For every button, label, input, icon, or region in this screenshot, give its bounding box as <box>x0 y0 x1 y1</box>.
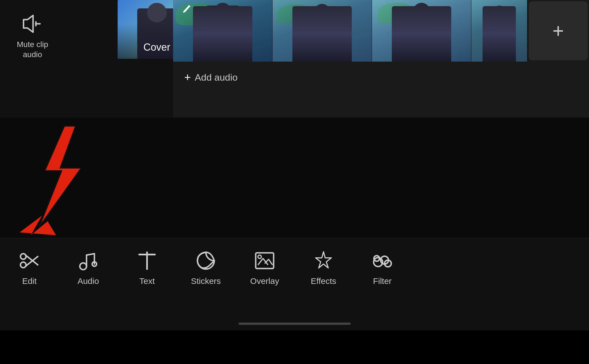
top-section: Mute clip audio Cover <box>0 0 589 118</box>
effects-icon <box>312 249 335 272</box>
toolbar-label-text: Text <box>139 276 155 286</box>
toolbar-item-text[interactable]: Text <box>118 249 176 286</box>
right-panel: + + Add audio <box>173 0 589 118</box>
add-audio-button[interactable]: + Add audio <box>173 64 589 90</box>
video-thumbnails: + <box>173 0 589 62</box>
add-clip-icon: + <box>553 20 564 42</box>
svg-marker-3 <box>39 126 81 227</box>
video-thumb-3[interactable] <box>372 0 471 62</box>
cover-label: Cover <box>143 41 170 53</box>
overlay-icon <box>253 249 276 272</box>
left-panel: Mute clip audio Cover <box>0 0 173 118</box>
stickers-icon <box>195 249 217 272</box>
toolbar-label-effects: Effects <box>311 276 336 286</box>
cover-edit-icon <box>182 3 192 16</box>
text-icon <box>136 249 158 272</box>
middle-section <box>0 118 589 238</box>
svg-marker-4 <box>20 216 56 235</box>
mute-clip-label: Mute clip audio <box>17 39 48 60</box>
mute-clip-icon <box>21 14 44 37</box>
svg-marker-0 <box>24 15 33 32</box>
toolbar-items: Edit Audio <box>0 249 589 286</box>
toolbar-label-stickers: Stickers <box>191 276 221 286</box>
add-audio-plus-icon: + <box>184 71 191 84</box>
add-audio-label: Add audio <box>195 72 238 83</box>
scissors-icon <box>18 249 41 272</box>
add-clip-button[interactable]: + <box>529 1 588 60</box>
video-thumb-2[interactable] <box>273 0 372 62</box>
toolbar-item-effects[interactable]: Effects <box>294 249 353 286</box>
svg-line-11 <box>87 254 94 255</box>
video-thumb-4[interactable] <box>471 0 527 62</box>
audio-icon <box>77 249 99 272</box>
red-arrow-annotation <box>8 123 106 236</box>
toolbar-label-filters: Filter <box>373 276 392 286</box>
toolbar-item-filters[interactable]: Filter <box>353 249 412 286</box>
toolbar-item-edit[interactable]: Edit <box>0 249 59 286</box>
toolbar-item-stickers[interactable]: Stickers <box>176 249 235 286</box>
filters-icon <box>371 249 394 272</box>
svg-line-8 <box>25 256 38 266</box>
toolbar-label-audio: Audio <box>78 276 99 286</box>
bottom-scrollbar[interactable] <box>239 323 351 325</box>
toolbar-label-overlay: Overlay <box>250 276 279 286</box>
toolbar-item-overlay[interactable]: Overlay <box>235 249 294 286</box>
svg-line-7 <box>25 255 38 265</box>
svg-point-17 <box>258 255 261 258</box>
mute-clip-container[interactable]: Mute clip audio <box>17 14 48 60</box>
toolbar-label-edit: Edit <box>22 276 37 286</box>
svg-point-9 <box>80 263 87 270</box>
bottom-toolbar: Edit Audio <box>0 238 589 330</box>
toolbar-item-audio[interactable]: Audio <box>59 249 118 286</box>
